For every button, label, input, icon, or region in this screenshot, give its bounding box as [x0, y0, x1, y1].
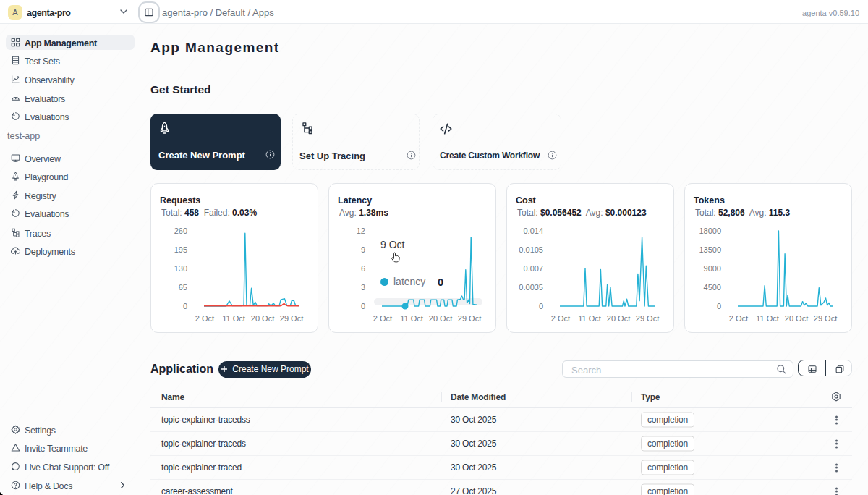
- svg-text:2 Oct: 2 Oct: [373, 314, 392, 323]
- svg-text:0.0035: 0.0035: [519, 283, 543, 292]
- svg-text:11 Oct: 11 Oct: [578, 314, 601, 323]
- svg-text:0.007: 0.007: [523, 264, 543, 273]
- svg-text:0: 0: [717, 302, 721, 310]
- svg-text:0: 0: [361, 302, 365, 310]
- svg-text:195: 195: [174, 245, 187, 254]
- svg-text:65: 65: [179, 283, 187, 292]
- svg-text:29 Oct: 29 Oct: [636, 314, 659, 323]
- svg-text:3: 3: [361, 283, 365, 292]
- svg-text:11 Oct: 11 Oct: [222, 314, 245, 323]
- svg-text:11 Oct: 11 Oct: [756, 314, 779, 323]
- svg-text:20 Oct: 20 Oct: [607, 314, 630, 323]
- svg-text:2 Oct: 2 Oct: [551, 314, 570, 323]
- svg-text:0: 0: [539, 302, 543, 310]
- svg-text:2 Oct: 2 Oct: [195, 314, 214, 323]
- svg-text:130: 130: [174, 264, 187, 273]
- svg-text:0: 0: [183, 302, 187, 310]
- svg-text:11 Oct: 11 Oct: [400, 314, 423, 323]
- svg-text:29 Oct: 29 Oct: [280, 314, 303, 323]
- svg-text:6: 6: [361, 264, 365, 273]
- svg-text:29 Oct: 29 Oct: [458, 314, 481, 323]
- svg-text:2 Oct: 2 Oct: [729, 314, 748, 323]
- svg-text:0.0105: 0.0105: [519, 245, 543, 254]
- svg-text:4500: 4500: [704, 283, 721, 292]
- svg-text:18000: 18000: [699, 227, 721, 235]
- svg-text:9: 9: [361, 245, 365, 254]
- svg-text:20 Oct: 20 Oct: [785, 314, 808, 323]
- svg-text:12: 12: [357, 227, 365, 235]
- svg-text:9000: 9000: [704, 264, 721, 273]
- svg-text:29 Oct: 29 Oct: [814, 314, 837, 323]
- svg-text:13500: 13500: [699, 245, 721, 254]
- svg-text:20 Oct: 20 Oct: [251, 314, 274, 323]
- svg-text:0.014: 0.014: [523, 227, 543, 235]
- svg-text:20 Oct: 20 Oct: [429, 314, 452, 323]
- svg-text:260: 260: [174, 227, 187, 235]
